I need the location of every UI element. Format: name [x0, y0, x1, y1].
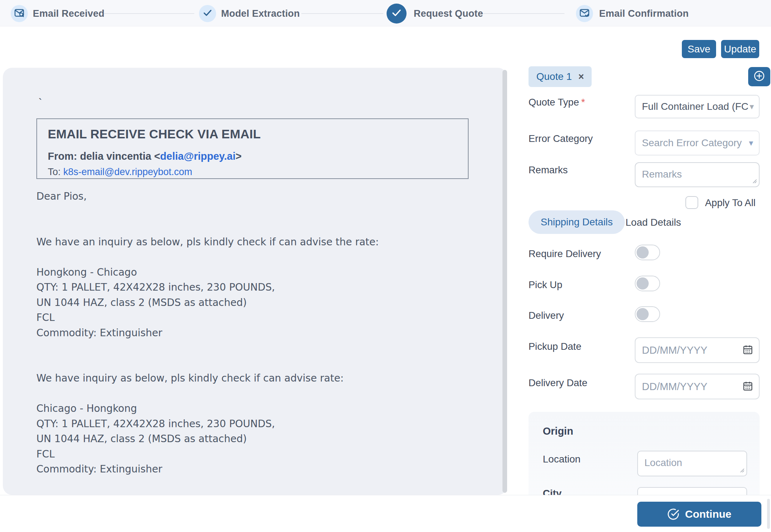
quote-type-select[interactable]: Full Container Load (FC ▾	[635, 95, 760, 118]
close-icon[interactable]: ×	[578, 71, 584, 82]
email-header-box: EMAIL RECEIVE CHECK VIA EMAIL From: deli…	[36, 118, 469, 179]
email-body-line	[36, 250, 475, 265]
pick-up-toggle[interactable]	[635, 276, 660, 291]
step-request-quote[interactable]	[387, 4, 407, 24]
email-from-suffix: >	[236, 150, 242, 162]
pick-up-label: Pick Up	[529, 279, 562, 291]
remarks-textarea[interactable]: Remarks	[635, 162, 760, 187]
calendar-icon[interactable]	[742, 380, 753, 393]
email-body-line: UN 1044 HAZ, class 2 (MSDS as attached)	[36, 295, 475, 311]
email-from-line: From: delia vincentia <delia@rippey.ai>	[48, 150, 457, 162]
email-body-line: Chicago - Hongkong	[36, 401, 475, 416]
to-email-link[interactable]: k8s-email@dev.rippeybot.com	[63, 167, 193, 177]
check-circle-icon	[667, 508, 679, 520]
email-body-line: UN 1044 HAZ, class 2 (MSDS as attached)	[36, 431, 475, 447]
stray-character: `	[39, 96, 42, 108]
step-label: Request Quote	[414, 8, 483, 19]
email-body-line: We have an inquiry as below, pls kindly …	[36, 235, 475, 250]
from-email-link[interactable]: delia@rippey.ai	[160, 150, 235, 162]
email-to-line: To: k8s-email@dev.rippeybot.com	[48, 167, 457, 178]
envelope-check-icon	[579, 7, 590, 20]
step-email-received[interactable]	[11, 5, 28, 22]
remarks-label: Remarks	[529, 164, 568, 176]
required-asterisk: *	[581, 97, 585, 108]
email-to-label: To:	[48, 167, 63, 177]
quote-tab[interactable]: Quote 1 ×	[529, 66, 592, 87]
email-body-line: FCL	[36, 310, 475, 326]
origin-location-label: Location	[543, 454, 581, 465]
toggle-knob	[637, 308, 649, 320]
step-label: Email Confirmation	[599, 8, 689, 19]
quote-type-value: Full Container Load (FC	[642, 101, 749, 112]
email-body-line	[36, 341, 475, 356]
envelope-search-icon	[14, 7, 25, 20]
calendar-icon[interactable]	[742, 344, 753, 356]
bottom-action-bar: Continue	[0, 495, 771, 532]
delivery-date-input[interactable]: DD/MM/YYYY	[635, 374, 760, 399]
email-body-line	[36, 386, 475, 401]
tab-load-details[interactable]: Load Details	[626, 217, 681, 228]
stepper-connector	[483, 13, 565, 14]
delivery-label: Delivery	[529, 310, 564, 321]
page-scrollbar[interactable]	[767, 499, 770, 529]
email-panel: ` EMAIL RECEIVE CHECK VIA EMAIL From: de…	[3, 68, 507, 495]
plus-icon	[753, 70, 766, 84]
quote-tab-label: Quote 1	[536, 71, 572, 82]
email-body-line	[36, 356, 475, 371]
continue-button[interactable]: Continue	[637, 502, 761, 527]
resize-handle-icon[interactable]	[751, 178, 757, 185]
step-email-confirmation[interactable]	[576, 5, 593, 22]
delivery-toggle[interactable]	[635, 306, 660, 322]
origin-title: Origin	[543, 425, 573, 437]
delivery-date-label: Delivery Date	[529, 377, 587, 389]
apply-to-all-label: Apply To All	[705, 197, 756, 209]
email-body: Dear Pios, We have an inquiry as below, …	[36, 189, 475, 477]
update-button[interactable]: Update	[721, 40, 759, 58]
step-model-extraction[interactable]	[199, 5, 216, 22]
save-button[interactable]: Save	[682, 40, 716, 58]
error-category-placeholder: Search Error Category	[642, 137, 742, 149]
quote-type-label: Quote Type*	[529, 97, 585, 108]
require-delivery-toggle[interactable]	[635, 245, 660, 260]
email-body-line: Commodity: Extinguisher	[36, 326, 475, 341]
origin-location-placeholder: Location	[644, 457, 682, 469]
pickup-date-placeholder: DD/MM/YYYY	[642, 344, 708, 356]
tab-shipping-details-label: Shipping Details	[541, 216, 613, 228]
error-category-select[interactable]: Search Error Category ▾	[635, 131, 760, 155]
toggle-knob	[637, 277, 649, 290]
email-body-line: FCL	[36, 447, 475, 462]
resize-handle-icon[interactable]	[739, 467, 745, 474]
step-label: Model Extraction	[221, 8, 300, 19]
email-body-line	[36, 204, 475, 220]
stepper-connector	[104, 13, 194, 14]
email-body-line	[36, 219, 475, 235]
email-body-line: Hongkong - Chicago	[36, 265, 475, 280]
caret-down-icon: ▾	[750, 102, 754, 112]
pickup-date-label: Pickup Date	[529, 341, 581, 352]
email-body-line: Commodity: Extinguisher	[36, 462, 475, 477]
remarks-placeholder: Remarks	[642, 169, 682, 180]
email-from-prefix: From: delia vincentia <	[48, 150, 160, 162]
continue-button-label: Continue	[685, 508, 731, 520]
origin-location-textarea[interactable]: Location	[637, 451, 747, 476]
require-delivery-label: Require Delivery	[529, 248, 601, 260]
email-body-line: Dear Pios,	[36, 189, 475, 204]
app-window: Email Received Model Extraction Request …	[0, 0, 771, 532]
pickup-date-input[interactable]: DD/MM/YYYY	[635, 337, 760, 363]
tab-shipping-details[interactable]: Shipping Details	[529, 210, 625, 234]
check-icon	[391, 7, 402, 20]
apply-to-all-checkbox[interactable]	[685, 196, 698, 209]
toggle-knob	[637, 246, 649, 259]
email-body-line: We have inquiry as below, pls kindly che…	[36, 371, 475, 386]
quote-type-label-text: Quote Type	[529, 97, 579, 108]
workflow-stepper: Email Received Model Extraction Request …	[0, 0, 771, 26]
caret-down-icon: ▾	[749, 138, 753, 148]
step-label: Email Received	[33, 8, 104, 19]
check-icon	[202, 7, 213, 20]
email-body-line: QTY: 1 PALLET, 42X42X28 inches, 230 POUN…	[36, 416, 475, 432]
email-body-line: QTY: 1 PALLET, 42X42X28 inches, 230 POUN…	[36, 280, 475, 295]
delivery-date-placeholder: DD/MM/YYYY	[642, 381, 708, 393]
email-panel-scrollbar[interactable]	[502, 70, 507, 493]
add-quote-button[interactable]	[748, 67, 770, 86]
email-subject: EMAIL RECEIVE CHECK VIA EMAIL	[48, 127, 457, 141]
